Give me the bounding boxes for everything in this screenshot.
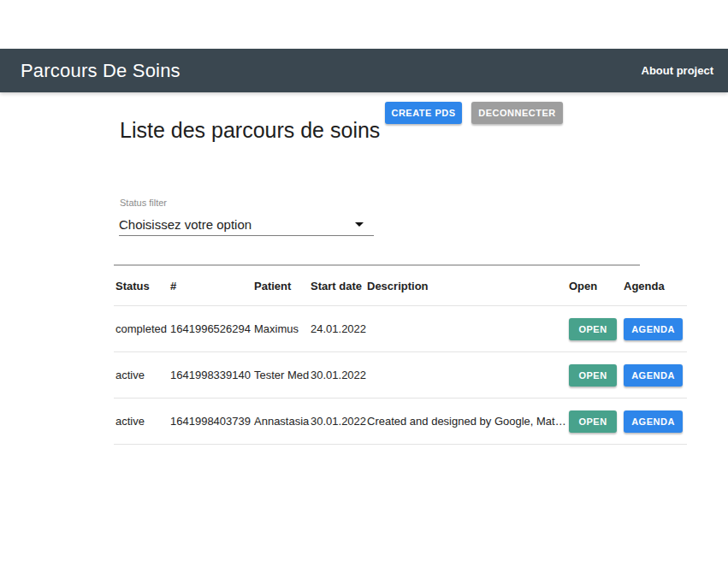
header-agenda: Agenda (624, 280, 687, 292)
app-bar: Parcours De Soins About project (0, 49, 728, 92)
page-title: Liste des parcours de soins (120, 116, 385, 145)
agenda-button[interactable]: AGENDA (624, 364, 683, 387)
cell-number: 1641998403739 (170, 415, 254, 428)
pds-table: Status # Patient Start date Description … (114, 266, 687, 445)
cell-start-date: 24.01.2022 (311, 322, 363, 335)
cell-status: active (114, 415, 170, 428)
open-button[interactable]: OPEN (569, 318, 617, 340)
status-filter-label: Status filter (120, 198, 167, 208)
cell-start-date: 30.01.2022 (311, 369, 363, 381)
table-header-row: Status # Patient Start date Description … (114, 266, 687, 306)
open-button[interactable]: OPEN (569, 410, 617, 433)
create-pds-button[interactable]: CREATE PDS (385, 102, 462, 124)
table-row: active 1641998403739 Annastasia 30.01.20… (114, 399, 687, 445)
header-status: Status (114, 280, 170, 292)
app-title: Parcours De Soins (21, 60, 181, 82)
cell-start-date: 30.01.2022 (311, 415, 363, 428)
cell-patient: Tester Med (254, 369, 311, 382)
table-row: active 1641998339140 Tester Med 30.01.20… (114, 352, 687, 399)
cell-number: 1641996526294 (170, 322, 254, 335)
cell-patient: Maximus (254, 322, 311, 336)
header-open: Open (569, 280, 624, 292)
cell-patient: Annastasia (254, 415, 311, 428)
cell-status: active (114, 369, 170, 381)
status-filter-select[interactable]: Choisissez votre option (119, 213, 374, 236)
header-number: # (170, 280, 254, 292)
agenda-button[interactable]: AGENDA (624, 410, 683, 433)
header-patient: Patient (254, 280, 311, 292)
chevron-down-icon (355, 222, 364, 227)
disconnect-button[interactable]: DECONNECTER (471, 102, 563, 124)
agenda-button[interactable]: AGENDA (624, 318, 683, 340)
cell-description: Created and designed by Google, Materia… (363, 415, 569, 428)
about-project-link[interactable]: About project (642, 64, 714, 77)
table-row: completed 1641996526294 Maximus 24.01.20… (114, 306, 687, 352)
cell-number: 1641998339140 (170, 369, 254, 381)
cell-status: completed (114, 322, 170, 335)
header-description: Description (363, 280, 569, 292)
header-start-date: Start date (311, 280, 363, 292)
status-filter-value: Choisissez votre option (119, 217, 252, 232)
open-button[interactable]: OPEN (569, 364, 617, 387)
